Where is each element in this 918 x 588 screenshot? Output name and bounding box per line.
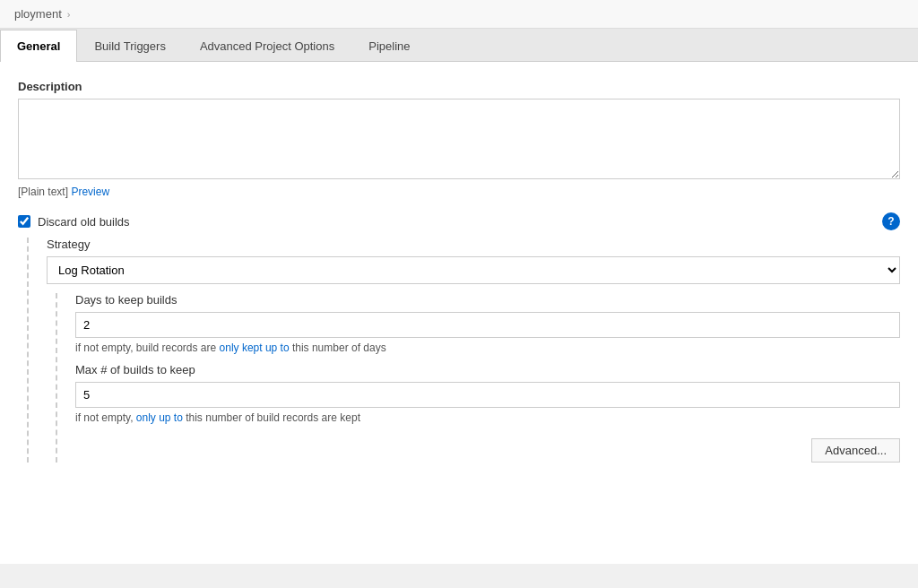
tab-pipeline[interactable]: Pipeline	[351, 30, 427, 62]
description-label: Description	[18, 80, 900, 93]
max-builds-label: Max # of builds to keep	[75, 363, 900, 376]
text-format-label: [Plain text]	[18, 186, 68, 198]
days-to-keep-input[interactable]	[75, 312, 900, 338]
text-format-row: [Plain text] Preview	[18, 186, 900, 198]
strategy-section: Strategy Log Rotation Days to keep build…	[27, 238, 900, 463]
days-hint-highlight: only kept up to	[220, 342, 290, 354]
discard-old-builds-checkbox[interactable]	[18, 215, 30, 228]
days-to-keep-label: Days to keep builds	[75, 293, 900, 307]
build-retention-section: Days to keep builds if not empty, build …	[56, 293, 900, 463]
max-hint-pre: if not empty,	[75, 411, 136, 424]
advanced-btn-row: Advanced...	[75, 438, 900, 463]
max-builds-hint: if not empty, only up to this number of …	[75, 411, 900, 424]
max-builds-input[interactable]	[75, 382, 900, 408]
help-icon[interactable]: ?	[882, 212, 900, 230]
tabs-bar: General Build Triggers Advanced Project …	[0, 29, 918, 62]
tab-general[interactable]: General	[0, 30, 77, 62]
tab-build-triggers[interactable]: Build Triggers	[77, 30, 182, 62]
description-textarea[interactable]	[18, 99, 900, 179]
description-section: Description [Plain text] Preview	[18, 80, 900, 198]
breadcrumb: ployment ›	[0, 0, 918, 29]
strategy-label: Strategy	[47, 238, 900, 251]
discard-old-builds-label: Discard old builds	[38, 215, 130, 229]
breadcrumb-parent: ployment	[14, 7, 62, 21]
days-hint-post: this number of days	[290, 342, 386, 354]
main-container: General Build Triggers Advanced Project …	[0, 29, 918, 564]
tab-advanced-project-options[interactable]: Advanced Project Options	[183, 30, 351, 62]
max-hint-post: this number of build records are kept	[183, 411, 360, 424]
content-area: Description [Plain text] Preview Discard…	[0, 62, 918, 564]
max-hint-highlight: only up to	[136, 411, 183, 424]
preview-link[interactable]: Preview	[71, 186, 109, 198]
breadcrumb-chevron-icon: ›	[67, 9, 71, 20]
strategy-select[interactable]: Log Rotation	[47, 256, 900, 284]
days-hint-pre: if not empty, build records are	[75, 342, 220, 354]
days-to-keep-hint: if not empty, build records are only kep…	[75, 342, 900, 354]
advanced-button[interactable]: Advanced...	[811, 438, 900, 463]
discard-old-builds-row: Discard old builds ?	[18, 212, 900, 230]
